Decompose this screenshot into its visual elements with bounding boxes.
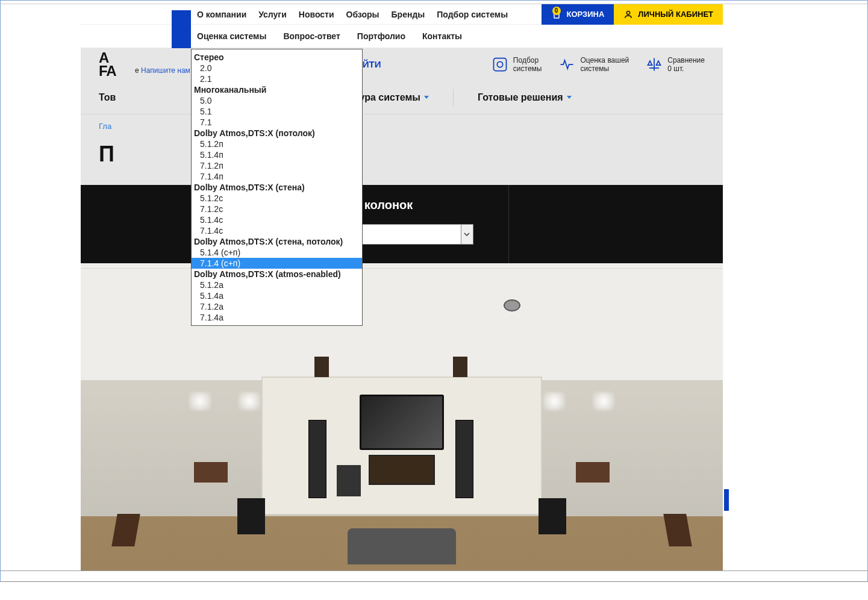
dropdown-group-header: Многоканальный [192,84,362,95]
dropdown-group-header: Dolby Atmos,DTS:X (стена) [192,182,362,193]
config-bar: Уровень колонок Уровень 9 [81,185,723,263]
nav-news[interactable]: Новости [299,7,334,22]
structure-dropdown-panel[interactable]: Стерео2.02.1Многоканальный5.05.17.1Dolby… [191,49,363,326]
tab-products[interactable]: Тов [99,92,116,103]
subnav-evaluation[interactable]: Оценка системы [197,31,266,41]
rear-right-speaker-icon [539,498,566,534]
tv-stand-icon [369,455,435,485]
svg-point-0 [627,11,630,14]
subnav-contacts[interactable]: Контакты [422,31,462,41]
icon-link-evaluate[interactable]: Оценка вашейсистемы [558,56,629,73]
nav-services[interactable]: Услуги [258,7,287,22]
nav-about[interactable]: О компании [197,7,246,22]
chevron-down-icon [424,96,429,99]
icon-link-podmor-l2: системы [513,64,542,73]
top-nav-links: О компании Услуги Новости Обзоры Бренды … [197,7,508,22]
dropdown-item[interactable]: 7.1.4п [192,171,362,182]
svg-rect-3 [493,58,506,70]
subnav-portfolio[interactable]: Портфолио [357,31,405,41]
config-cell-3 [509,185,723,263]
dropdown-item[interactable]: 5.1.2с [192,193,362,204]
front-right-speaker-icon [455,420,473,498]
side-left-speaker-icon [194,462,228,483]
logo-line2: FA [99,64,135,78]
pulse-icon [558,56,575,73]
logo[interactable]: A FA [99,51,135,78]
icon-link-podmor[interactable]: Подборсистемы [492,56,542,73]
tv-icon [360,395,444,450]
header-icon-links: Подборсистемы Оценка вашейсистемы Сравне… [492,56,705,73]
dropdown-group-header: Dolby Atmos,DTS:X (стена, потолок) [192,236,362,247]
dropdown-group-header: Dolby Atmos,DTS:X (потолок) [192,128,362,139]
icon-link-evaluate-l1: Оценка вашей [580,56,629,64]
room-ceiling [81,263,723,378]
dropdown-item[interactable]: 7.1.4 (с+п) [192,258,362,269]
dropdown-group-header: Стерео [192,52,362,63]
account-button[interactable]: ЛИЧНЫЙ КАБИНЕТ [614,4,723,25]
icon-link-compare-l1: Сравнение [667,56,705,64]
crumb-home[interactable]: Гла [99,122,111,131]
tab-solutions[interactable]: Готовые решения [478,92,572,103]
dropdown-item[interactable]: 2.1 [192,73,362,84]
dropdown-item[interactable]: 7.1.2с [192,204,362,214]
side-right-speaker-icon [576,462,610,483]
target-icon [492,56,508,73]
dropdown-item[interactable]: 5.1 [192,106,362,117]
wall-light-icon [189,392,211,410]
page-title: П [81,136,723,185]
contact-us-link[interactable]: Напишите нам [141,66,190,75]
wall-light-icon [239,392,260,410]
icon-link-compare-l2: 0 шт. [667,64,705,73]
icon-link-podmor-l1: Подбор [513,56,542,64]
contact-prefix: е [135,66,141,75]
dropdown-item[interactable]: 5.1.4п [192,149,362,160]
room-visualization [81,263,723,570]
svg-point-4 [497,61,502,67]
select-arrow-icon [461,225,473,244]
dropdown-item[interactable]: 5.1.2п [192,139,362,149]
dropdown-group-header: Dolby Atmos,DTS:X (atmos-enabled) [192,269,362,280]
dropdown-item[interactable]: 7.1 [192,117,362,128]
user-icon [623,10,633,19]
subwoofer-icon [337,465,361,496]
page-wrap: О компании Услуги Новости Обзоры Бренды … [81,4,723,570]
icon-link-evaluate-l2: системы [580,64,629,73]
outer-frame: О компании Услуги Новости Обзоры Бренды … [0,0,868,582]
secondary-tabs: Тов Структура системы Готовые решения [81,81,723,114]
height-left-speaker-icon [314,357,329,377]
subnav-faq[interactable]: Вопрос-ответ [283,31,340,41]
nav-brands[interactable]: Бренды [392,7,425,22]
dropdown-item[interactable]: 5.1.4а [192,290,362,301]
icon-link-compare[interactable]: Сравнение0 шт. [646,56,705,73]
dropdown-item[interactable]: 7.1.4а [192,312,362,323]
rear-left-speaker-icon [237,498,265,534]
breadcrumb: Гла [81,114,723,136]
dropdown-item[interactable]: 5.1.4с [192,214,362,225]
dropdown-item[interactable]: 7.1.4с [192,225,362,236]
header-row: A FA 1210 е Напишите нам НАЙТИ Подборсис… [81,48,723,81]
front-left-speaker-icon [308,420,326,498]
browser-bottom-strip [1,570,867,581]
top-right: 0 КОРЗИНА ЛИЧНЫЙ КАБИНЕТ [542,4,723,25]
sofa-icon [348,528,456,564]
chevron-down-icon [567,96,572,99]
dropdown-item[interactable]: 2.0 [192,63,362,73]
feedback-tab[interactable] [724,489,729,511]
cart-button[interactable]: 0 КОРЗИНА [542,4,614,25]
dropdown-item[interactable]: 5.0 [192,95,362,106]
dropdown-item[interactable]: 5.1.2а [192,280,362,290]
cart-label: КОРЗИНА [567,10,605,19]
height-right-speaker-icon [453,357,467,377]
ceiling-spot-right-icon [504,299,520,311]
nav-reviews[interactable]: Обзоры [346,7,379,22]
brand-square-icon [172,10,191,48]
nav-system-pick[interactable]: Подбор системы [437,7,508,22]
wall-light-icon [593,392,614,410]
dropdown-item[interactable]: 7.1.2п [192,160,362,171]
dropdown-item[interactable]: 7.1.2а [192,301,362,312]
wall-light-icon [543,392,565,410]
cart-count-badge: 0 [552,7,561,15]
dropdown-item[interactable]: 5.1.4 (с+п) [192,247,362,258]
tab-solutions-label: Готовые решения [478,92,563,103]
tab-separator [453,89,454,106]
